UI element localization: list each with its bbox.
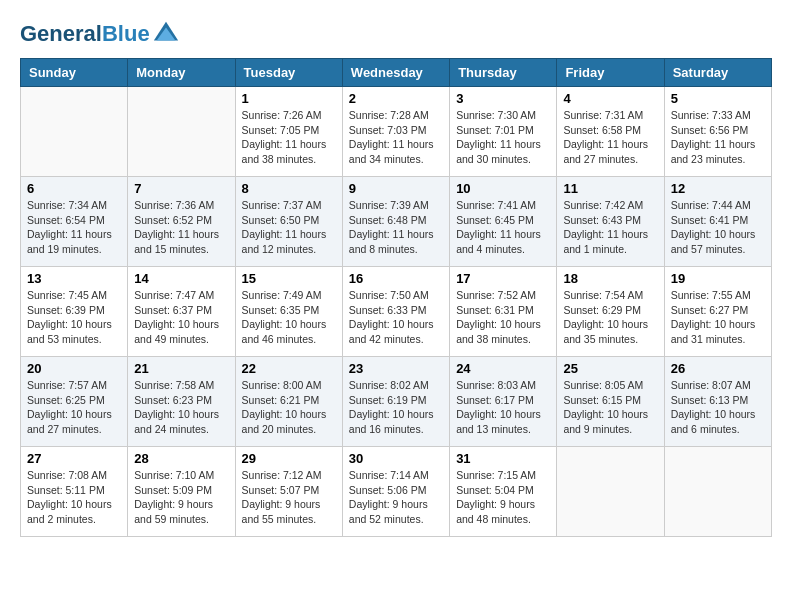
calendar-cell: 20Sunrise: 7:57 AMSunset: 6:25 PMDayligh…: [21, 357, 128, 447]
day-number: 31: [456, 451, 550, 466]
calendar-cell: 9Sunrise: 7:39 AMSunset: 6:48 PMDaylight…: [342, 177, 449, 267]
day-number: 1: [242, 91, 336, 106]
day-number: 10: [456, 181, 550, 196]
day-number: 13: [27, 271, 121, 286]
day-number: 6: [27, 181, 121, 196]
day-number: 3: [456, 91, 550, 106]
day-number: 16: [349, 271, 443, 286]
day-number: 7: [134, 181, 228, 196]
day-number: 17: [456, 271, 550, 286]
calendar-cell: 12Sunrise: 7:44 AMSunset: 6:41 PMDayligh…: [664, 177, 771, 267]
day-detail: Sunrise: 7:54 AMSunset: 6:29 PMDaylight:…: [563, 288, 657, 347]
day-detail: Sunrise: 7:50 AMSunset: 6:33 PMDaylight:…: [349, 288, 443, 347]
day-detail: Sunrise: 7:36 AMSunset: 6:52 PMDaylight:…: [134, 198, 228, 257]
calendar-cell: 18Sunrise: 7:54 AMSunset: 6:29 PMDayligh…: [557, 267, 664, 357]
day-detail: Sunrise: 7:58 AMSunset: 6:23 PMDaylight:…: [134, 378, 228, 437]
calendar-cell: 7Sunrise: 7:36 AMSunset: 6:52 PMDaylight…: [128, 177, 235, 267]
day-detail: Sunrise: 7:15 AMSunset: 5:04 PMDaylight:…: [456, 468, 550, 527]
calendar-cell: 10Sunrise: 7:41 AMSunset: 6:45 PMDayligh…: [450, 177, 557, 267]
calendar-cell: [21, 87, 128, 177]
day-detail: Sunrise: 7:14 AMSunset: 5:06 PMDaylight:…: [349, 468, 443, 527]
day-number: 12: [671, 181, 765, 196]
day-number: 26: [671, 361, 765, 376]
day-detail: Sunrise: 7:55 AMSunset: 6:27 PMDaylight:…: [671, 288, 765, 347]
calendar-cell: 29Sunrise: 7:12 AMSunset: 5:07 PMDayligh…: [235, 447, 342, 537]
day-number: 28: [134, 451, 228, 466]
calendar-cell: 11Sunrise: 7:42 AMSunset: 6:43 PMDayligh…: [557, 177, 664, 267]
calendar-cell: 25Sunrise: 8:05 AMSunset: 6:15 PMDayligh…: [557, 357, 664, 447]
calendar-cell: 6Sunrise: 7:34 AMSunset: 6:54 PMDaylight…: [21, 177, 128, 267]
day-number: 21: [134, 361, 228, 376]
day-number: 27: [27, 451, 121, 466]
day-detail: Sunrise: 8:00 AMSunset: 6:21 PMDaylight:…: [242, 378, 336, 437]
calendar-cell: 23Sunrise: 8:02 AMSunset: 6:19 PMDayligh…: [342, 357, 449, 447]
day-number: 8: [242, 181, 336, 196]
logo-icon: [152, 20, 180, 48]
day-detail: Sunrise: 8:02 AMSunset: 6:19 PMDaylight:…: [349, 378, 443, 437]
weekday-header-saturday: Saturday: [664, 59, 771, 87]
day-detail: Sunrise: 8:07 AMSunset: 6:13 PMDaylight:…: [671, 378, 765, 437]
day-detail: Sunrise: 8:03 AMSunset: 6:17 PMDaylight:…: [456, 378, 550, 437]
day-detail: Sunrise: 7:44 AMSunset: 6:41 PMDaylight:…: [671, 198, 765, 257]
day-number: 18: [563, 271, 657, 286]
weekday-header-monday: Monday: [128, 59, 235, 87]
calendar-cell: 26Sunrise: 8:07 AMSunset: 6:13 PMDayligh…: [664, 357, 771, 447]
day-number: 30: [349, 451, 443, 466]
weekday-header-tuesday: Tuesday: [235, 59, 342, 87]
calendar-cell: 31Sunrise: 7:15 AMSunset: 5:04 PMDayligh…: [450, 447, 557, 537]
day-detail: Sunrise: 7:10 AMSunset: 5:09 PMDaylight:…: [134, 468, 228, 527]
day-detail: Sunrise: 7:42 AMSunset: 6:43 PMDaylight:…: [563, 198, 657, 257]
day-number: 2: [349, 91, 443, 106]
day-detail: Sunrise: 7:12 AMSunset: 5:07 PMDaylight:…: [242, 468, 336, 527]
weekday-header-row: SundayMondayTuesdayWednesdayThursdayFrid…: [21, 59, 772, 87]
calendar-cell: 16Sunrise: 7:50 AMSunset: 6:33 PMDayligh…: [342, 267, 449, 357]
day-detail: Sunrise: 7:08 AMSunset: 5:11 PMDaylight:…: [27, 468, 121, 527]
day-detail: Sunrise: 7:37 AMSunset: 6:50 PMDaylight:…: [242, 198, 336, 257]
day-number: 11: [563, 181, 657, 196]
week-row-4: 20Sunrise: 7:57 AMSunset: 6:25 PMDayligh…: [21, 357, 772, 447]
weekday-header-friday: Friday: [557, 59, 664, 87]
calendar-cell: 17Sunrise: 7:52 AMSunset: 6:31 PMDayligh…: [450, 267, 557, 357]
week-row-5: 27Sunrise: 7:08 AMSunset: 5:11 PMDayligh…: [21, 447, 772, 537]
day-detail: Sunrise: 7:33 AMSunset: 6:56 PMDaylight:…: [671, 108, 765, 167]
weekday-header-wednesday: Wednesday: [342, 59, 449, 87]
calendar-cell: 13Sunrise: 7:45 AMSunset: 6:39 PMDayligh…: [21, 267, 128, 357]
day-number: 19: [671, 271, 765, 286]
day-number: 15: [242, 271, 336, 286]
logo: GeneralBlue: [20, 20, 180, 48]
page-header: GeneralBlue: [20, 20, 772, 48]
weekday-header-thursday: Thursday: [450, 59, 557, 87]
calendar-cell: [664, 447, 771, 537]
calendar-cell: 19Sunrise: 7:55 AMSunset: 6:27 PMDayligh…: [664, 267, 771, 357]
day-detail: Sunrise: 7:45 AMSunset: 6:39 PMDaylight:…: [27, 288, 121, 347]
day-number: 4: [563, 91, 657, 106]
calendar-cell: 21Sunrise: 7:58 AMSunset: 6:23 PMDayligh…: [128, 357, 235, 447]
day-detail: Sunrise: 7:57 AMSunset: 6:25 PMDaylight:…: [27, 378, 121, 437]
calendar-cell: [557, 447, 664, 537]
day-detail: Sunrise: 7:39 AMSunset: 6:48 PMDaylight:…: [349, 198, 443, 257]
day-number: 22: [242, 361, 336, 376]
week-row-3: 13Sunrise: 7:45 AMSunset: 6:39 PMDayligh…: [21, 267, 772, 357]
day-detail: Sunrise: 7:34 AMSunset: 6:54 PMDaylight:…: [27, 198, 121, 257]
day-detail: Sunrise: 7:47 AMSunset: 6:37 PMDaylight:…: [134, 288, 228, 347]
day-detail: Sunrise: 7:30 AMSunset: 7:01 PMDaylight:…: [456, 108, 550, 167]
day-number: 20: [27, 361, 121, 376]
logo-text: GeneralBlue: [20, 22, 150, 46]
day-detail: Sunrise: 7:41 AMSunset: 6:45 PMDaylight:…: [456, 198, 550, 257]
calendar-cell: 24Sunrise: 8:03 AMSunset: 6:17 PMDayligh…: [450, 357, 557, 447]
calendar-cell: 3Sunrise: 7:30 AMSunset: 7:01 PMDaylight…: [450, 87, 557, 177]
calendar-cell: 30Sunrise: 7:14 AMSunset: 5:06 PMDayligh…: [342, 447, 449, 537]
week-row-1: 1Sunrise: 7:26 AMSunset: 7:05 PMDaylight…: [21, 87, 772, 177]
day-number: 9: [349, 181, 443, 196]
day-detail: Sunrise: 8:05 AMSunset: 6:15 PMDaylight:…: [563, 378, 657, 437]
day-number: 29: [242, 451, 336, 466]
calendar-cell: [128, 87, 235, 177]
day-detail: Sunrise: 7:49 AMSunset: 6:35 PMDaylight:…: [242, 288, 336, 347]
week-row-2: 6Sunrise: 7:34 AMSunset: 6:54 PMDaylight…: [21, 177, 772, 267]
calendar-cell: 2Sunrise: 7:28 AMSunset: 7:03 PMDaylight…: [342, 87, 449, 177]
calendar-cell: 27Sunrise: 7:08 AMSunset: 5:11 PMDayligh…: [21, 447, 128, 537]
day-number: 5: [671, 91, 765, 106]
day-detail: Sunrise: 7:26 AMSunset: 7:05 PMDaylight:…: [242, 108, 336, 167]
day-number: 24: [456, 361, 550, 376]
day-number: 25: [563, 361, 657, 376]
